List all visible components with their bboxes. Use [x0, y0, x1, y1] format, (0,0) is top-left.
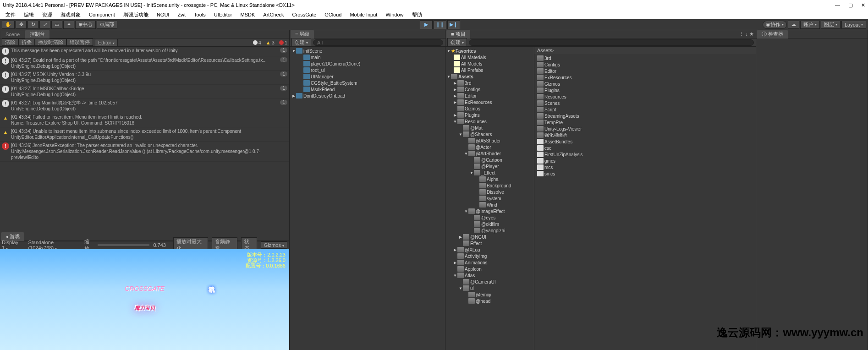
hierarchy-item[interactable]: ▼initScene [290, 48, 445, 54]
account-dropdown[interactable]: 账户 [800, 21, 820, 29]
menu-帮助[interactable]: 帮助 [408, 11, 426, 19]
asset-item[interactable]: Script [534, 106, 756, 113]
tab-console[interactable]: 控制台 [25, 30, 49, 38]
minimize-button[interactable]: — [835, 2, 840, 8]
asset-item[interactable]: FirstUnZipAnalysis [534, 151, 756, 158]
menu-MSDK[interactable]: MSDK [237, 11, 259, 18]
project-folder[interactable]: @Mat [445, 125, 534, 131]
project-create-button[interactable]: 创建 [447, 38, 467, 47]
info-badge[interactable]: 4 [253, 40, 261, 45]
menu-Zwt[interactable]: Zwt [174, 11, 189, 18]
hierarchy-search-input[interactable] [313, 39, 443, 46]
rotate-tool-button[interactable]: ↻ [27, 21, 38, 29]
project-folder[interactable]: @head [445, 298, 534, 304]
project-folder[interactable]: @eyes [445, 214, 534, 221]
asset-item[interactable]: Scenes [534, 100, 756, 106]
hierarchy-item[interactable]: player2DCamera(Clone) [290, 60, 445, 67]
asset-item[interactable]: Configs [534, 61, 756, 68]
project-folder[interactable]: Alpha [445, 176, 534, 182]
transform-tool-button[interactable]: ✦ [63, 21, 74, 29]
project-folder[interactable]: Background [445, 182, 534, 189]
menu-游戏对象[interactable]: 游戏对象 [57, 11, 84, 19]
pivot-rotation-button[interactable]: ⊙ 局部 [97, 21, 117, 29]
project-folder[interactable]: Wind [445, 202, 534, 208]
step-button[interactable]: ▶❙ [447, 20, 460, 29]
project-folder[interactable]: ▶Animations [445, 259, 534, 266]
project-folder[interactable]: ▼Resources [445, 118, 534, 125]
log-entry[interactable]: ▲[01:43:34] Unable to insert menu item i… [0, 127, 289, 142]
move-tool-button[interactable]: ✥ [16, 21, 27, 29]
project-search-input[interactable] [469, 39, 754, 46]
scale-slider[interactable] [98, 244, 149, 246]
game-view[interactable]: 版本号：2.0.2.23资源号：1.2.26.0配置号：0.0.1686 CRO… [0, 249, 289, 350]
hierarchy-create-button[interactable]: 创建 [291, 38, 311, 47]
project-folder[interactable]: @Actor [445, 144, 534, 150]
project-folder[interactable]: Effect [445, 240, 534, 246]
asset-item[interactable]: csc [534, 145, 756, 151]
hierarchy-item[interactable]: ▶DontDestroyOnLoad [290, 93, 445, 99]
layers-dropdown[interactable]: 图层 [821, 21, 841, 29]
asset-item[interactable]: ExResources [534, 74, 756, 81]
menu-Mobile Input[interactable]: Mobile Input [346, 11, 381, 18]
assets-breadcrumb[interactable]: Assets › [534, 47, 756, 54]
menu-Tools[interactable]: Tools [190, 11, 209, 18]
hierarchy-item[interactable]: main [290, 54, 445, 60]
rect-tool-button[interactable]: ▭ [51, 21, 62, 29]
assets-root[interactable]: ▼Assets [445, 73, 534, 80]
tab-project[interactable]: ■ 项目 [446, 30, 470, 38]
asset-item[interactable]: 3rd [534, 55, 756, 61]
menu-文件[interactable]: 文件 [2, 11, 19, 19]
asset-item[interactable]: AssetBundles [534, 138, 756, 145]
menu-CrossGate[interactable]: CrossGate [289, 11, 320, 18]
favorite-item[interactable]: All Prefabs [445, 67, 534, 73]
menu-编辑[interactable]: 编辑 [20, 11, 38, 19]
play-button[interactable]: ▶ [420, 20, 433, 29]
project-tools-icon[interactable]: ⋮ ↓ ★ [737, 31, 756, 37]
project-folder[interactable]: ▼_Effect [445, 170, 534, 176]
menu-GCloud[interactable]: GCloud [321, 11, 345, 18]
project-folder[interactable]: @oldfilm [445, 221, 534, 227]
project-folder[interactable]: Gizmos [445, 105, 534, 112]
log-entry[interactable]: ▲[01:43:34] Failed to insert item. Menu … [0, 113, 289, 127]
console-tool-折叠[interactable]: 折叠 [18, 38, 35, 46]
favorite-item[interactable]: All Materials [445, 54, 534, 60]
favorites-header[interactable]: ▼★ Favorites [445, 48, 534, 54]
project-folder[interactable]: ▼@ArtShader [445, 150, 534, 157]
menu-UIEditor[interactable]: UIEditor [210, 11, 236, 18]
asset-item[interactable]: Resources [534, 93, 756, 100]
favorite-item[interactable]: All Models [445, 60, 534, 67]
project-folder[interactable]: ▶Plugins [445, 112, 534, 118]
project-folder[interactable]: ▼Atlas [445, 272, 534, 279]
menu-Component[interactable]: Component [85, 11, 119, 18]
pivot-mode-button[interactable]: ⊕ 中心 [75, 21, 96, 29]
layout-dropdown[interactable]: Layout [841, 21, 866, 29]
maximize-button[interactable]: ▢ [848, 2, 853, 8]
console-tool-清除[interactable]: 清除 [2, 38, 18, 46]
project-folder[interactable]: ActivityImg [445, 253, 534, 259]
asset-item[interactable]: mcs [534, 164, 756, 170]
cloud-button[interactable]: ☁ [788, 21, 799, 29]
project-folder[interactable]: @Player [445, 163, 534, 170]
pause-button[interactable]: ❙❙ [434, 20, 446, 29]
project-folder[interactable]: ▶@XLua [445, 246, 534, 253]
project-folder[interactable]: ▶@NGUI [445, 234, 534, 240]
project-folder[interactable]: ▼@Shaders [445, 131, 534, 137]
asset-item[interactable]: Gizmos [534, 81, 756, 87]
warn-badge[interactable]: ▲3 [266, 40, 275, 45]
error-badge[interactable]: 1 [279, 40, 287, 45]
asset-item[interactable]: smcs [534, 170, 756, 177]
tab-hierarchy[interactable]: ≡ 层级 [291, 30, 314, 38]
project-folder[interactable]: ▶ExResources [445, 99, 534, 105]
project-folder[interactable]: AppIcon [445, 266, 534, 272]
console-tool-错误暂停[interactable]: 错误暂停 [66, 38, 93, 46]
menu-ArtCheck[interactable]: ArtCheck [259, 11, 287, 18]
project-folder[interactable]: Dissolve [445, 189, 534, 195]
project-folder[interactable]: @A5Shader [445, 137, 534, 144]
asset-item[interactable]: gmcs [534, 158, 756, 164]
gizmos-dropdown[interactable]: Gizmos [261, 241, 287, 249]
project-folder[interactable]: ▶Editor [445, 93, 534, 99]
hierarchy-item[interactable]: UIManager [290, 73, 445, 80]
asset-item[interactable]: Plugins [534, 87, 756, 93]
menu-增强版功能[interactable]: 增强版功能 [120, 11, 152, 19]
hierarchy-item[interactable]: MsdkFriend [290, 86, 445, 93]
